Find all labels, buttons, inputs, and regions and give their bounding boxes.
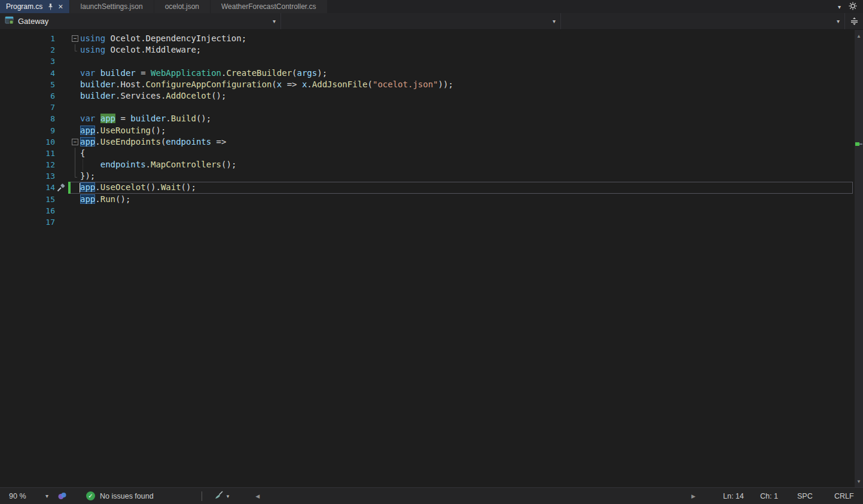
fold-margin[interactable] xyxy=(71,56,80,67)
code-area[interactable]: 1−using Ocelot.DependencyInjection;2usin… xyxy=(0,30,855,487)
breakpoint-margin[interactable] xyxy=(0,182,36,193)
code-line[interactable]: 9app.UseRouting(); xyxy=(0,125,855,136)
code-token: = xyxy=(115,114,130,123)
fold-margin[interactable] xyxy=(71,102,80,113)
breakpoint-margin[interactable] xyxy=(0,148,36,159)
breakpoint-margin[interactable] xyxy=(0,56,36,67)
code-token: () xyxy=(146,182,156,192)
fold-margin[interactable] xyxy=(71,159,80,170)
member-dropdown[interactable]: ▾ xyxy=(561,13,845,29)
breakpoint-margin[interactable] xyxy=(0,79,36,90)
code-line[interactable]: 6builder.Services.AddOcelot(); xyxy=(0,90,855,102)
fold-margin[interactable] xyxy=(71,194,80,205)
code-text[interactable]: var app = builder.Build(); xyxy=(80,113,855,124)
code-line[interactable]: 7 xyxy=(0,102,855,113)
code-text[interactable]: var builder = WebApplication.CreateBuild… xyxy=(80,68,855,79)
breakpoint-margin[interactable] xyxy=(0,159,36,170)
fold-margin[interactable] xyxy=(71,68,80,79)
status-forward-icon[interactable]: ▶ xyxy=(691,493,696,499)
code-line[interactable]: 10−app.UseEndpoints(endpoints => xyxy=(0,136,855,148)
code-line[interactable]: 15app.Run(); xyxy=(0,194,855,205)
fold-margin[interactable] xyxy=(71,148,80,159)
code-line[interactable]: 14app.UseOcelot().Wait(); xyxy=(0,182,855,193)
tab-program-cs[interactable]: Program.cs × xyxy=(0,0,69,13)
code-text[interactable]: builder.Services.AddOcelot(); xyxy=(80,90,855,102)
fold-collapse-icon[interactable]: − xyxy=(72,35,78,42)
code-text[interactable]: using Ocelot.DependencyInjection; xyxy=(80,33,855,44)
line-indicator[interactable]: Ln: 14 xyxy=(723,492,746,500)
fold-margin[interactable] xyxy=(71,90,80,102)
code-text[interactable]: endpoints.MapControllers(); xyxy=(80,159,855,170)
fold-collapse-icon[interactable]: − xyxy=(72,139,78,145)
code-token xyxy=(95,114,100,123)
code-line[interactable]: 17 xyxy=(0,216,855,228)
code-text[interactable]: builder.Host.ConfigureAppConfiguration(x… xyxy=(80,79,855,90)
fold-margin[interactable] xyxy=(71,205,80,216)
fold-margin[interactable] xyxy=(71,113,80,124)
code-text[interactable]: app.UseEndpoints(endpoints => xyxy=(80,136,855,148)
fold-margin[interactable] xyxy=(71,182,80,193)
code-line[interactable]: 3 xyxy=(0,56,855,67)
breakpoint-margin[interactable] xyxy=(0,170,36,182)
fold-margin[interactable] xyxy=(71,125,80,136)
breakpoint-margin[interactable] xyxy=(0,136,36,148)
breakpoint-margin[interactable] xyxy=(0,33,36,44)
code-line[interactable]: 12 endpoints.MapControllers(); xyxy=(0,159,855,170)
zoom-selector[interactable]: 90 % ▾ xyxy=(6,488,51,504)
feedback-icon[interactable] xyxy=(57,491,67,500)
code-text[interactable]: app.Run(); xyxy=(80,194,855,205)
tab-label: Program.cs xyxy=(6,2,42,11)
breakpoint-margin[interactable] xyxy=(0,125,36,136)
code-line[interactable]: 16 xyxy=(0,205,855,216)
change-margin xyxy=(68,182,71,193)
code-text[interactable]: }); xyxy=(80,170,855,182)
tab-weatherforecastcontroller-cs[interactable]: WeatherForecastController.cs xyxy=(211,0,327,13)
code-line[interactable]: 4var builder = WebApplication.CreateBuil… xyxy=(0,68,855,79)
breakpoint-margin[interactable] xyxy=(0,90,36,102)
fold-margin[interactable]: − xyxy=(71,33,80,44)
status-back-icon[interactable]: ◀ xyxy=(255,493,260,499)
code-token: ( xyxy=(272,80,276,89)
code-line[interactable]: 1−using Ocelot.DependencyInjection; xyxy=(0,33,855,44)
code-line[interactable]: 8var app = builder.Build(); xyxy=(0,113,855,124)
code-line[interactable]: 11{ xyxy=(0,148,855,159)
code-line[interactable]: 13}); xyxy=(0,170,855,182)
issues-indicator[interactable]: ✓ No issues found xyxy=(86,491,154,500)
breakpoint-margin[interactable] xyxy=(0,194,36,205)
tab-launchsettings-json[interactable]: launchSettings.json xyxy=(70,0,154,13)
code-text[interactable]: { xyxy=(80,148,855,159)
whitespace-indicator[interactable]: SPC xyxy=(797,492,820,500)
window-list-chevron-icon[interactable]: ▾ xyxy=(838,4,841,10)
breakpoint-margin[interactable] xyxy=(0,102,36,113)
breakpoint-margin[interactable] xyxy=(0,205,36,216)
fold-margin[interactable] xyxy=(71,216,80,228)
chevron-down-icon: ▾ xyxy=(837,18,840,25)
type-dropdown[interactable]: ▾ xyxy=(281,13,561,29)
fold-margin[interactable] xyxy=(71,170,80,182)
vertical-scrollbar[interactable]: ▲ ▼ xyxy=(855,30,863,487)
code-cleanup-button[interactable]: ▾ xyxy=(214,491,230,502)
fold-margin[interactable]: − xyxy=(71,136,80,148)
fold-margin[interactable] xyxy=(71,79,80,90)
project-dropdown[interactable]: Gateway ▾ xyxy=(0,13,281,29)
code-text[interactable]: app.UseRouting(); xyxy=(80,125,855,136)
code-line[interactable]: 2using Ocelot.Middleware; xyxy=(0,44,855,56)
breakpoint-margin[interactable] xyxy=(0,44,36,56)
breakpoint-margin[interactable] xyxy=(0,113,36,124)
code-text[interactable]: using Ocelot.Middleware; xyxy=(80,44,855,56)
code-line[interactable]: 5builder.Host.ConfigureAppConfiguration(… xyxy=(0,79,855,90)
scroll-up-icon[interactable]: ▲ xyxy=(855,32,863,40)
text-caret xyxy=(80,183,80,192)
code-text[interactable]: app.UseOcelot().Wait(); xyxy=(80,182,855,193)
breakpoint-margin[interactable] xyxy=(0,216,36,228)
breakpoint-margin[interactable] xyxy=(0,68,36,79)
pin-icon[interactable] xyxy=(48,3,53,10)
gear-icon[interactable] xyxy=(849,2,857,12)
split-editor-icon[interactable] xyxy=(845,13,863,29)
line-ending-indicator[interactable]: CRLF xyxy=(834,492,857,500)
close-icon[interactable]: × xyxy=(58,2,63,11)
fold-margin[interactable] xyxy=(71,44,80,56)
scroll-down-icon[interactable]: ▼ xyxy=(855,477,863,485)
column-indicator[interactable]: Ch: 1 xyxy=(760,492,783,500)
tab-ocelot-json[interactable]: ocelot.json xyxy=(154,0,210,13)
